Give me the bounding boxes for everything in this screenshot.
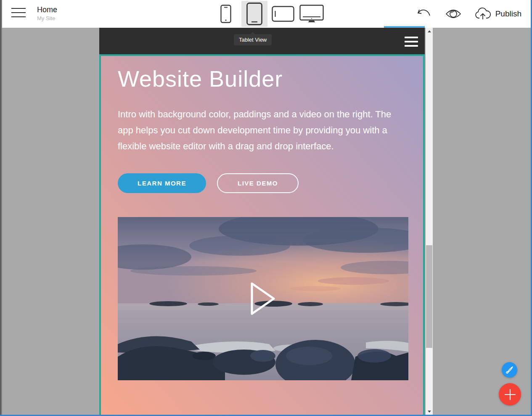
- page-title: Home: [37, 5, 57, 15]
- preview-button[interactable]: [445, 8, 462, 19]
- window-edge-left: [0, 0, 2, 416]
- device-view-switcher: [212, 0, 326, 28]
- mobile-view-button[interactable]: [213, 1, 239, 27]
- undo-icon: [416, 8, 432, 20]
- toolbar-actions: Publish: [416, 0, 521, 28]
- scrollbar-thumb[interactable]: [426, 245, 432, 348]
- hamburger-icon: [11, 8, 26, 9]
- eye-icon: [445, 8, 462, 19]
- brush-icon: [505, 366, 514, 375]
- hero-description[interactable]: Intro with background color, paddings an…: [118, 106, 395, 154]
- desktop-icon: [299, 5, 324, 23]
- triangle-down-icon: [428, 411, 431, 413]
- preview-menu-button[interactable]: [405, 37, 418, 47]
- hamburger-icon: [405, 37, 418, 38]
- site-title-block: Home My Site: [37, 5, 57, 22]
- scroll-up-button[interactable]: [426, 28, 433, 34]
- app-window: Home My Site: [0, 0, 532, 416]
- tablet-landscape-icon: [272, 6, 294, 22]
- live-demo-button[interactable]: LIVE DEMO: [217, 173, 299, 193]
- learn-more-button[interactable]: LEARN MORE: [118, 173, 206, 193]
- top-toolbar: Home My Site: [0, 0, 532, 28]
- scroll-down-button[interactable]: [426, 408, 433, 415]
- play-icon[interactable]: [249, 281, 277, 316]
- cloud-upload-icon: [474, 7, 491, 21]
- style-brush-fab[interactable]: [502, 362, 517, 378]
- plus-icon: [505, 389, 516, 400]
- tablet-preview-canvas: Website Builder Intro with background co…: [99, 28, 425, 416]
- tablet-landscape-view-button[interactable]: [270, 1, 296, 27]
- hero-title[interactable]: Website Builder: [118, 65, 423, 92]
- hero-buttons: LEARN MORE LIVE DEMO: [118, 173, 423, 193]
- undo-button[interactable]: [416, 8, 432, 20]
- vertical-scrollbar[interactable]: [426, 28, 433, 415]
- add-block-fab[interactable]: [499, 383, 521, 405]
- publish-button[interactable]: Publish: [474, 7, 521, 21]
- triangle-up-icon: [428, 30, 431, 32]
- tablet-view-button[interactable]: [241, 1, 267, 27]
- desktop-view-button[interactable]: [299, 1, 325, 27]
- hero-block-selected[interactable]: Website Builder Intro with background co…: [99, 54, 425, 416]
- mobile-icon: [220, 5, 231, 23]
- tablet-icon: [246, 3, 262, 25]
- main-menu-button[interactable]: [11, 8, 26, 17]
- hero-video[interactable]: [118, 217, 408, 380]
- publish-label: Publish: [495, 9, 521, 19]
- site-name: My Site: [37, 15, 57, 22]
- device-tooltip: Tablet View: [234, 34, 272, 45]
- popup-remnant-bar: [384, 26, 425, 28]
